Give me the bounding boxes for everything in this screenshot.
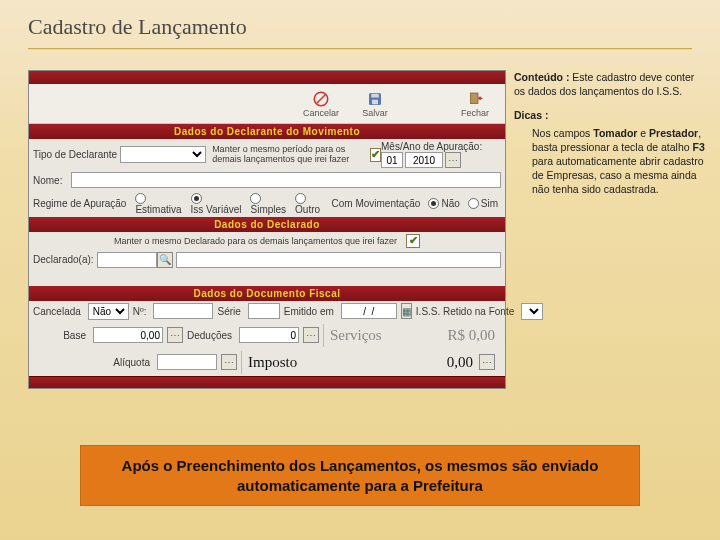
dicas-prestador: Prestador	[649, 127, 698, 139]
dicas-f3: F3	[693, 141, 705, 153]
base-label: Base	[33, 330, 89, 341]
deducoes-calc-button[interactable]: ⋯	[303, 327, 319, 343]
periodo-lookup-button[interactable]: ⋯	[445, 152, 461, 168]
keep-period-checkbox[interactable]: ✔	[370, 148, 381, 162]
regime-estimativa-radio[interactable]: Estimativa	[135, 192, 184, 215]
mov-sim-radio[interactable]: Sim	[468, 198, 501, 210]
cancel-label: Cancelar	[303, 108, 339, 118]
window-titlebar	[29, 71, 505, 84]
emitido-label: Emitido em	[284, 306, 337, 317]
aliquota-label: Alíquota	[33, 357, 153, 368]
tipo-declarante-select[interactable]	[120, 146, 206, 163]
footer-callout: Após o Preenchimento dos Lançamentos, os…	[80, 445, 640, 506]
mov-nao-label: Não	[441, 198, 462, 209]
cancelada-select[interactable]: Não	[88, 303, 129, 320]
regime-iss-label: Iss Variável	[191, 204, 245, 215]
keep-declarado-checkbox[interactable]: ✔	[406, 234, 420, 248]
save-icon	[366, 90, 384, 108]
mov-label: Com Movimentação	[331, 198, 423, 209]
conteudo-block: Conteúdo : Este cadastro deve conter os …	[514, 70, 708, 98]
svg-line-1	[317, 94, 326, 103]
dicas-body: Nos campos Tomador e Prestador, basta pr…	[514, 123, 708, 197]
svg-rect-3	[371, 93, 379, 97]
declarado-label: Declarado(a):	[33, 254, 97, 265]
row-tipo-periodo: Tipo de Declarante Manter o mesmo períod…	[29, 139, 505, 170]
row-doc-2: Base ⋯ Deduções ⋯ Serviços R$ 0,00	[29, 322, 505, 349]
section-declarado-header: Dados do Declarado	[29, 217, 505, 232]
regime-simples-label: Simples	[250, 204, 289, 215]
conteudo-title: Conteúdo :	[514, 71, 569, 83]
page-title: Cadastro de Lançamento	[0, 0, 720, 48]
svg-rect-5	[471, 93, 479, 104]
regime-simples-radio[interactable]: Simples	[250, 192, 289, 215]
svg-rect-4	[372, 99, 378, 104]
periodo-label: Mês/Ano de Apuração:	[381, 141, 501, 152]
close-button[interactable]: Fechar	[451, 86, 499, 122]
retido-label: I.S.S. Retido na Fonte	[416, 306, 517, 317]
mov-sim-label: Sim	[481, 198, 501, 209]
row-doc-3: Alíquota ⋯ Imposto 0,00 ⋯	[29, 349, 505, 376]
dicas-t1: Nos campos	[532, 127, 593, 139]
dicas-t4: para automaticamente abrir cadastro de E…	[532, 155, 704, 195]
dicas-block: Dicas : Nos campos Tomador e Prestador, …	[514, 108, 708, 196]
emitido-calendar-button[interactable]: ▦	[401, 303, 412, 319]
section-declarante-header: Dados do Declarante do Movimento	[29, 124, 505, 139]
imposto-total-value: 0,00	[303, 354, 473, 371]
section-documento-header: Dados do Documento Fiscal	[29, 286, 505, 301]
row-keep-declarado: Manter o mesmo Declarado para os demais …	[29, 232, 505, 250]
dicas-tomador: Tomador	[593, 127, 637, 139]
regime-outro-radio[interactable]: Outro	[295, 192, 323, 215]
num-label: Nº:	[133, 306, 150, 317]
dicas-t2: e	[637, 127, 649, 139]
declarado-name-input[interactable]	[176, 252, 501, 268]
deducoes-input[interactable]	[239, 327, 299, 343]
num-input[interactable]	[153, 303, 213, 319]
ano-input[interactable]	[405, 152, 443, 168]
cancelada-label: Cancelada	[33, 306, 84, 317]
row-declarado: Declarado(a): 🔍	[29, 250, 505, 270]
declarado-lookup-button[interactable]: 🔍	[157, 252, 173, 268]
emitido-input[interactable]	[341, 303, 397, 319]
nome-input[interactable]	[71, 172, 501, 188]
base-input[interactable]	[93, 327, 163, 343]
regime-label: Regime de Apuração	[33, 198, 129, 209]
form-window: Cancelar Salvar Fechar Dados do Declaran…	[28, 70, 506, 389]
save-label: Salvar	[362, 108, 388, 118]
cancel-button[interactable]: Cancelar	[297, 86, 345, 122]
cancel-icon	[312, 90, 330, 108]
help-sidebar: Conteúdo : Este cadastro deve conter os …	[512, 70, 712, 389]
dicas-title: Dicas :	[514, 109, 548, 121]
regime-estimativa-label: Estimativa	[135, 204, 184, 215]
close-label: Fechar	[461, 108, 489, 118]
regime-outro-label: Outro	[295, 204, 323, 215]
servicos-total-value: R$ 0,00	[388, 327, 495, 344]
aliquota-input[interactable]	[157, 354, 217, 370]
keep-period-label: Manter o mesmo período para os demais la…	[212, 145, 366, 164]
regime-iss-radio[interactable]: Iss Variável	[191, 192, 245, 215]
row-nome: Nome:	[29, 170, 505, 190]
mov-nao-radio[interactable]: Não	[428, 198, 462, 210]
servicos-total-label: Serviços	[330, 327, 382, 344]
row-regime-mov: Regime de Apuração Estimativa Iss Variáv…	[29, 190, 505, 217]
toolbar: Cancelar Salvar Fechar	[29, 84, 505, 124]
save-button[interactable]: Salvar	[351, 86, 399, 122]
keep-declarado-label: Manter o mesmo Declarado para os demais …	[114, 236, 400, 246]
main-layout: Cancelar Salvar Fechar Dados do Declaran…	[0, 50, 720, 389]
serie-label: Série	[217, 306, 243, 317]
mes-input[interactable]	[381, 152, 403, 168]
row-doc-1: Cancelada Não Nº: Série Emitido em ▦ I.S…	[29, 301, 505, 322]
base-calc-button[interactable]: ⋯	[167, 327, 183, 343]
declarado-code-input[interactable]	[97, 252, 157, 268]
aliquota-lookup-button[interactable]: ⋯	[221, 354, 237, 370]
window-footer-bar	[29, 376, 505, 388]
deducoes-label: Deduções	[187, 330, 235, 341]
nome-label: Nome:	[33, 175, 71, 186]
serie-input[interactable]	[248, 303, 280, 319]
tipo-declarante-label: Tipo de Declarante	[33, 149, 120, 160]
imposto-detail-button[interactable]: ⋯	[479, 354, 495, 370]
imposto-total-label: Imposto	[248, 354, 297, 371]
close-icon	[466, 90, 484, 108]
